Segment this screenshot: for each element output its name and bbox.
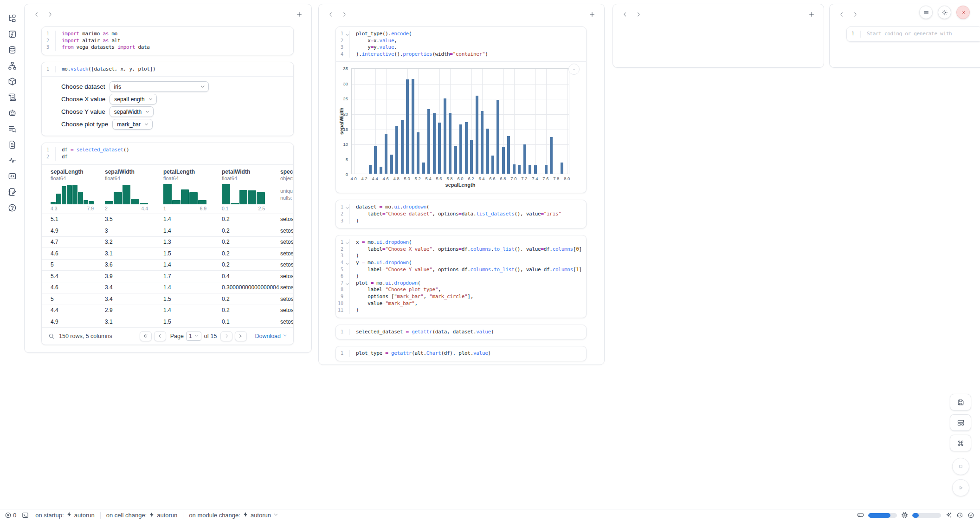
first-page-button[interactable]	[140, 331, 152, 341]
chart-bar	[491, 156, 494, 174]
dropdown[interactable]: sepalWidth	[110, 106, 154, 117]
column-move-left-button[interactable]	[31, 8, 43, 20]
chart-bar	[481, 111, 484, 174]
add-cell-button[interactable]	[293, 8, 305, 20]
last-page-button[interactable]	[235, 331, 247, 341]
table-row[interactable]: 53.41.50.2setosa	[42, 293, 293, 305]
table-row[interactable]: 4.42.91.40.2setosa	[42, 305, 293, 317]
table-column-header[interactable]: sepalWidthfloat6424.4	[105, 169, 163, 214]
variables-icon[interactable]	[6, 28, 18, 40]
dropdown[interactable]: sepalLength	[110, 94, 156, 104]
code-editor[interactable]: 1plot_type = getattr(alt.Chart(df), plot…	[336, 346, 586, 361]
column-move-right-button[interactable]	[632, 8, 645, 20]
save-button[interactable]	[950, 394, 971, 410]
column-move-right-button[interactable]	[849, 8, 861, 20]
page-select[interactable]: 1	[186, 332, 201, 341]
generate-link[interactable]: generate	[914, 31, 937, 37]
table-row[interactable]: 5.13.51.40.2setosa	[42, 214, 293, 226]
table-row[interactable]: 4.73.21.30.2setosa	[42, 237, 293, 248]
table-column-header[interactable]: speciesobjectuniquenulls:	[280, 169, 293, 214]
column-2: 1plot_type().encode(2 x=x.value,3 y=y.va…	[318, 4, 605, 365]
code-editor[interactable]: 1x = mo.ui.dropdown(2 label="Choose X va…	[336, 235, 586, 318]
add-cell-button[interactable]	[806, 8, 818, 20]
dropdown-controls: Choose datasetirisChoose X valuesepalLen…	[42, 77, 293, 136]
dropdown[interactable]: iris	[110, 81, 209, 92]
line-number: 9	[336, 293, 350, 300]
line-number: 3	[336, 218, 350, 225]
data-sources-icon[interactable]	[6, 44, 18, 56]
autorun-setting[interactable]: on startup:autorun	[35, 512, 95, 519]
terminal-button[interactable]	[22, 512, 29, 519]
run-button[interactable]	[952, 479, 969, 496]
dropdown-row: Choose plot typemark_bar	[61, 118, 293, 130]
activity-bar	[0, 0, 24, 506]
code-editor[interactable]: 1df = selected_dataset()2df	[42, 143, 293, 164]
table-column-header[interactable]: petalWidthfloat640.12.5	[222, 169, 280, 214]
code-editor[interactable]: 1mo.vstack([dataset, x, y, plot])	[42, 62, 293, 77]
logs-icon[interactable]	[6, 91, 18, 103]
column-move-left-button[interactable]	[836, 8, 848, 20]
table-row[interactable]: 5.43.91.70.4setosa	[42, 271, 293, 282]
table-row[interactable]: 4.63.41.40.30000000000000004setosa	[42, 282, 293, 294]
column-1: 1import marimo as mo2import altair as al…	[24, 4, 312, 353]
line-number: 1	[42, 147, 56, 154]
errors-indicator-icon[interactable]	[5, 512, 12, 519]
settings-button[interactable]	[938, 6, 951, 19]
close-button[interactable]	[956, 6, 970, 19]
dependency-graph-icon[interactable]	[6, 59, 18, 72]
code-editor[interactable]: 1import marimo as mo2import altair as al…	[42, 27, 293, 55]
notebook-menu-button[interactable]	[919, 6, 933, 19]
table-column-header[interactable]: petalLengthfloat6416.9	[163, 169, 222, 214]
chart-bar	[444, 98, 446, 174]
app-view-button[interactable]	[950, 414, 971, 431]
code-editor[interactable]: 1 Start coding or generate with	[847, 27, 980, 41]
line-number: 2	[336, 246, 350, 253]
row-summary: 150 rows, 5 columns	[59, 333, 112, 339]
stop-button[interactable]	[952, 458, 969, 475]
table-row[interactable]: 53.61.40.2setosa	[42, 260, 293, 271]
scratchpad-icon[interactable]	[6, 170, 18, 182]
chart-bar	[417, 132, 419, 174]
table-row[interactable]: 4.63.11.50.2setosa	[42, 248, 293, 260]
copilot-button[interactable]	[956, 512, 963, 519]
add-cell-button[interactable]	[586, 8, 598, 20]
column-move-left-button[interactable]	[325, 8, 337, 20]
column-move-left-button[interactable]	[619, 8, 631, 20]
code-cell-dataset-dropdown: 1dataset = mo.ui.dropdown(2 label="Choos…	[335, 200, 587, 228]
notebook-icon[interactable]	[6, 186, 18, 198]
line-number: 2	[336, 211, 350, 218]
help-icon[interactable]	[6, 202, 18, 214]
table-column-header[interactable]: sepalLengthfloat644.37.9	[51, 169, 105, 214]
autorun-setting[interactable]: on module change:autorun	[189, 512, 278, 519]
column-move-right-button[interactable]	[44, 8, 56, 20]
chart-bar	[529, 165, 531, 174]
dropdown[interactable]: mark_bar	[112, 119, 153, 130]
chart-menu-button[interactable]	[568, 64, 580, 75]
dropdown-label: Choose dataset	[61, 83, 105, 90]
code-editor[interactable]: 1dataset = mo.ui.dropdown(2 label="Choos…	[336, 200, 586, 228]
shortcuts-button[interactable]	[950, 435, 971, 451]
autorun-setting[interactable]: on cell change:autorun	[106, 512, 178, 519]
snippets-icon[interactable]	[6, 123, 18, 135]
file-explorer-icon[interactable]	[6, 12, 18, 24]
next-page-button[interactable]	[220, 331, 232, 341]
dropdown-label: Choose plot type	[61, 121, 108, 128]
dropdown-label: Choose X value	[61, 96, 105, 103]
column-move-right-button[interactable]	[338, 8, 350, 20]
table-row[interactable]: 4.931.40.2setosa	[42, 225, 293, 237]
chart[interactable]	[351, 68, 569, 174]
ai-sparkles-button[interactable]	[945, 512, 952, 519]
code-editor[interactable]: 1selected_dataset = getattr(data, datase…	[336, 325, 586, 339]
search-icon[interactable]	[48, 333, 55, 339]
code-cell-xy-dropdowns: 1x = mo.ui.dropdown(2 label="Choose X va…	[335, 235, 587, 318]
ai-chat-icon[interactable]	[6, 107, 18, 119]
tracing-icon[interactable]	[6, 154, 18, 166]
prev-page-button[interactable]	[154, 331, 166, 341]
download-button[interactable]: Download	[255, 333, 288, 339]
connection-status-icon[interactable]	[967, 512, 974, 519]
documentation-icon[interactable]	[6, 138, 18, 150]
code-editor[interactable]: 1plot_type().encode(2 x=x.value,3 y=y.va…	[336, 27, 586, 61]
table-row[interactable]: 4.93.11.50.1setosa	[42, 316, 293, 328]
packages-icon[interactable]	[6, 75, 18, 87]
line-number: 4	[336, 260, 350, 267]
